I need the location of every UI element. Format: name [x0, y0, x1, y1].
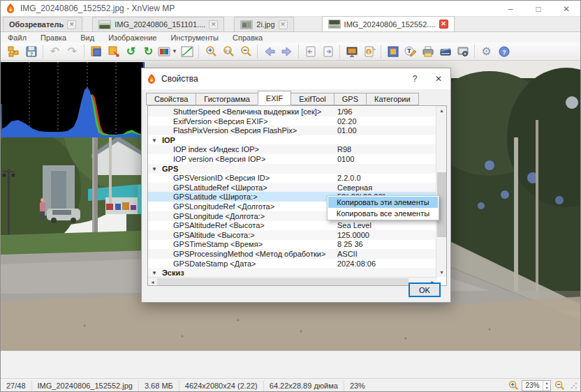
status-zoom-out-icon[interactable]: [554, 380, 565, 391]
exif-row[interactable]: IOP index <Индекс IOP>R98: [148, 144, 436, 154]
undo-icon[interactable]: ↶: [46, 43, 64, 60]
scroll-left-icon[interactable]: ◄: [148, 278, 157, 286]
menu-image[interactable]: Изображение: [101, 33, 163, 42]
dialog-close-button[interactable]: ✕: [427, 68, 450, 89]
scan-icon[interactable]: [436, 43, 454, 60]
copy-selected-items-menu-item[interactable]: Копировать эти элементы: [328, 197, 438, 208]
histogram-overlay: [1, 62, 145, 137]
tab-close-icon[interactable]: ✕: [279, 20, 288, 29]
exif-row[interactable]: GPSLatitudeRef <Широта>Северная: [148, 183, 436, 193]
status-filename: IMG_20240806_152552.jpg: [32, 381, 139, 391]
tab-categories[interactable]: Категории: [366, 93, 419, 105]
menu-tools[interactable]: Инструменты: [163, 33, 226, 42]
toolbar: ? ↶ ↷ ↺ ↻ ▼ 1:1: [1, 43, 580, 61]
exif-row[interactable]: ShutterSpeed <Величина выдержки [сек]>1/…: [148, 107, 436, 116]
resize-grip[interactable]: [571, 382, 578, 389]
first-image-icon[interactable]: [302, 43, 319, 60]
svg-text:i: i: [368, 49, 369, 54]
status-print-size: 64.22x28.89 дюйма: [264, 381, 344, 391]
adjust-colors-icon[interactable]: [157, 43, 171, 60]
maximize-button[interactable]: □: [524, 1, 552, 17]
rotate-left-icon[interactable]: ↺: [122, 43, 140, 60]
app-logo-icon: [5, 3, 16, 14]
next-image-icon[interactable]: [278, 43, 295, 60]
exif-row[interactable]: ExifVersion <Версия EXIF>02.20: [148, 116, 436, 126]
settings-icon[interactable]: ⚙: [478, 43, 495, 60]
fullscreen-icon[interactable]: [384, 43, 402, 60]
rotate-right-icon[interactable]: ↻: [140, 43, 157, 60]
crop-icon[interactable]: [87, 43, 105, 60]
tab-close-icon[interactable]: ✕: [67, 20, 76, 29]
tab-close-icon[interactable]: ✕: [209, 20, 218, 29]
resize-icon[interactable]: [105, 43, 122, 60]
collapse-icon[interactable]: ▼: [152, 137, 157, 144]
spin-up-icon[interactable]: ▲: [543, 381, 550, 386]
menu-edit[interactable]: Правка: [34, 33, 73, 42]
exif-row[interactable]: GPSAltitudeRef <Высота>Sea Level: [148, 220, 436, 230]
dialog-title: Свойства: [161, 74, 198, 84]
exif-group-thumbnail[interactable]: ▼Эскиз: [148, 268, 436, 278]
last-image-icon[interactable]: [319, 43, 337, 60]
tab-image-3-active[interactable]: IMG_20240806_152552.... ✕: [322, 16, 455, 31]
svg-text:?: ?: [502, 48, 506, 55]
zoom-spinner[interactable]: 23% ▲▼: [522, 380, 551, 391]
exif-row[interactable]: GPSTimeStamp <Время>8 25 36: [148, 239, 436, 249]
window-title: IMG_20240806_152552.jpg - XnView MP: [20, 3, 175, 13]
status-zoom-in-icon[interactable]: [508, 380, 519, 391]
tab-gps[interactable]: GPS: [334, 93, 367, 105]
exif-row[interactable]: GPSDateStamp <Дата>2024:08:06: [148, 259, 436, 269]
properties-dialog: Свойства ? ✕ Свойства Гистограмма EXIF E…: [141, 68, 451, 303]
tab-exif[interactable]: EXIF: [258, 91, 291, 105]
histogram-blue-channel: [1, 87, 145, 137]
menu-help[interactable]: Справка: [226, 33, 270, 42]
menu-file[interactable]: Файл: [1, 33, 34, 42]
tab-label: Обозреватель: [9, 20, 64, 29]
menu-view[interactable]: Вид: [73, 33, 101, 42]
previous-image-icon[interactable]: [260, 43, 278, 60]
collapse-icon[interactable]: ▼: [152, 166, 157, 172]
zoom-in-icon[interactable]: [202, 43, 219, 60]
horizontal-scrollbar[interactable]: ◄ ►: [148, 277, 437, 285]
dialog-help-button[interactable]: ?: [403, 68, 427, 89]
edit-text-icon[interactable]: T: [402, 43, 419, 60]
scroll-up-icon[interactable]: ▲: [436, 106, 447, 115]
exif-row[interactable]: IOP version <Версия IOP>0100: [148, 154, 436, 164]
status-filesize: 3.68 МБ: [139, 381, 179, 391]
zoom-out-icon[interactable]: [237, 43, 254, 60]
curves-icon[interactable]: [178, 43, 196, 60]
info-icon[interactable]: i: [360, 43, 378, 60]
browser-icon[interactable]: [5, 43, 22, 60]
zoom-actual-icon[interactable]: 1:1: [219, 43, 237, 60]
redo-icon[interactable]: ↷: [64, 43, 81, 60]
exif-row[interactable]: FlashPixVersion <Версия FlashPix>01.00: [148, 126, 436, 135]
copy-all-items-menu-item[interactable]: Копировать все элементы: [328, 208, 438, 219]
slideshow-icon[interactable]: [343, 43, 360, 60]
spin-down-icon[interactable]: ▼: [543, 386, 550, 391]
scroll-down-icon[interactable]: ▼: [436, 268, 447, 277]
ok-button[interactable]: OK: [409, 282, 441, 297]
vertical-scrollbar[interactable]: ▲ ▼: [436, 106, 446, 277]
tab-close-icon[interactable]: ✕: [439, 20, 448, 29]
capture-icon[interactable]: [454, 43, 471, 60]
horizontal-scroll-thumb[interactable]: [157, 278, 409, 285]
tab-exiftool[interactable]: ExifTool: [290, 93, 334, 105]
exif-row[interactable]: GPSProcessingMethod <Метод обработки>ASC…: [148, 249, 436, 259]
tab-properties[interactable]: Свойства: [146, 93, 196, 105]
exif-row[interactable]: GPSVersionID <Версия ID>2.2.0.0: [148, 173, 436, 183]
collapse-icon[interactable]: ▼: [152, 270, 157, 276]
tab-histogram[interactable]: Гистограмма: [196, 93, 258, 105]
exif-group-gps[interactable]: ▼GPS: [148, 164, 436, 174]
zoom-spin-buttons[interactable]: ▲▼: [543, 381, 550, 391]
save-icon[interactable]: ?: [22, 43, 40, 60]
tab-image-1[interactable]: IMG_20240806_151101.... ✕: [92, 17, 224, 31]
help-icon[interactable]: ?: [495, 43, 513, 60]
tab-browser[interactable]: Обозреватель ✕: [3, 17, 82, 31]
tab-image-2[interactable]: 2i.jpg ✕: [234, 17, 293, 31]
print-icon[interactable]: [419, 43, 436, 60]
exif-group-iop[interactable]: ▼IOP: [148, 135, 436, 145]
close-button[interactable]: ✕: [552, 1, 580, 17]
minimize-button[interactable]: –: [497, 1, 524, 17]
adjust-dropdown-icon[interactable]: ▼: [171, 48, 178, 54]
exif-row[interactable]: GPSAltitude <Высота:>125.0000: [148, 230, 436, 240]
menu-bar: Файл Правка Вид Изображение Инструменты …: [1, 32, 580, 43]
